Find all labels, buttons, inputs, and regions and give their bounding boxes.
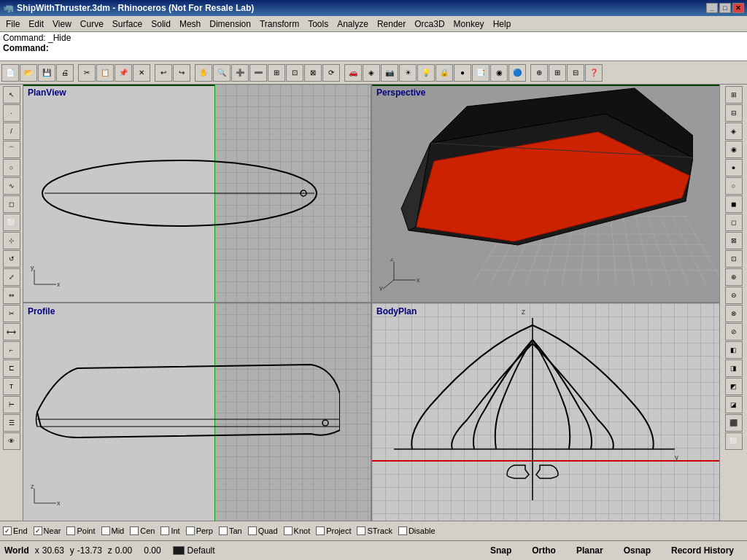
surface-tool[interactable]: ◻ [3,195,20,213]
cut-button[interactable]: ✂ [78,64,96,82]
rotate-tool[interactable]: ↺ [3,250,20,268]
zoomout-button[interactable]: ➖ [249,64,267,82]
rs-view1[interactable]: ⊞ [725,86,743,104]
rs-obj6[interactable]: ◨ [725,359,743,377]
render-button[interactable]: ◈ [363,64,380,82]
copy-button[interactable]: 📋 [96,64,114,82]
snap-checkbox-disable[interactable] [398,526,407,535]
minimize-button[interactable]: _ [706,3,718,13]
help-button[interactable]: ❓ [585,64,603,82]
open-button[interactable]: 📂 [20,64,37,82]
rs-display3[interactable]: ● [725,159,743,176]
ortho-mode[interactable]: Ortho [532,545,556,556]
dim-tool[interactable]: ⊢ [3,396,20,413]
snap-near[interactable]: Near [34,526,61,535]
snap-checkbox-point[interactable] [66,526,75,535]
zoomin-button[interactable]: ➕ [231,64,249,82]
maximize-button[interactable]: □ [719,3,731,13]
viewport-planview[interactable]: PlanView x y [23,85,371,302]
menu-item-dimension[interactable]: Dimension [205,18,255,31]
grid-button[interactable]: ⊞ [549,64,566,82]
rs-shade2[interactable]: ◻ [725,214,743,231]
menu-item-orca3d[interactable]: Orca3D [410,18,449,31]
save-button[interactable]: 💾 [38,64,55,82]
paste-button[interactable]: 📌 [115,64,132,82]
snap-disable[interactable]: Disable [398,526,436,535]
viewport-profile[interactable]: Profile x [23,303,371,521]
undo-button[interactable]: ↩ [155,64,172,82]
zoomwin-button[interactable]: ⊠ [304,64,322,82]
car-button[interactable]: 🚗 [344,64,362,82]
close-button[interactable]: ✕ [732,3,744,13]
light-button[interactable]: 💡 [417,64,435,82]
rs-shade1[interactable]: ◼ [725,195,743,213]
extend-tool[interactable]: ⟷ [3,323,20,341]
snap-strack[interactable]: STrack [357,526,392,535]
sun-button[interactable]: ☀ [399,64,417,82]
trim-tool[interactable]: ✂ [3,305,20,322]
layout-button[interactable]: ⊟ [567,64,584,82]
snap-end[interactable]: End [3,526,28,535]
menu-item-edit[interactable]: Edit [24,18,48,31]
rs-obj8[interactable]: ◪ [725,396,743,413]
snap-int[interactable]: Int [160,526,179,535]
rs-obj10[interactable]: ⬜ [725,432,743,450]
menu-item-help[interactable]: Help [489,18,516,31]
fillet-tool[interactable]: ⌐ [3,341,20,359]
rs-obj3[interactable]: ⊗ [725,305,743,322]
menu-item-render[interactable]: Render [373,18,410,31]
scale-tool[interactable]: ⤢ [3,268,20,286]
line-tool[interactable]: / [3,122,20,140]
material-button[interactable]: ◉ [490,64,508,82]
snap-checkbox-end[interactable] [3,526,12,535]
snap-checkbox-mid[interactable] [101,526,110,535]
text-tool[interactable]: T [3,378,20,395]
zoom-button[interactable]: 🔍 [213,64,231,82]
menu-item-file[interactable]: File [1,18,24,31]
point-tool[interactable]: · [3,104,20,122]
rs-wire2[interactable]: ⊡ [725,250,743,268]
rs-obj2[interactable]: ⊖ [725,287,743,304]
menu-item-view[interactable]: View [48,18,76,31]
menu-item-monkey[interactable]: Monkey [449,18,489,31]
lock-button[interactable]: 🔒 [436,64,453,82]
menu-item-transform[interactable]: Transform [255,18,303,31]
zoomext-button[interactable]: ⊞ [268,64,285,82]
layer-side-btn[interactable]: ☰ [3,414,20,432]
snap-tan[interactable]: Tan [219,526,242,535]
rs-obj7[interactable]: ◩ [725,378,743,395]
snap-cen[interactable]: Cen [130,526,155,535]
snap-point[interactable]: Point [66,526,95,535]
rs-obj9[interactable]: ⬛ [725,414,743,432]
zoomsel-button[interactable]: ⊡ [286,64,303,82]
circle-tool[interactable]: ○ [3,159,20,176]
command-prompt[interactable]: Command: [3,43,744,53]
offset-tool[interactable]: ⊏ [3,359,20,377]
rs-display1[interactable]: ◈ [725,122,743,140]
record-mode[interactable]: Record History [671,545,734,556]
rs-display2[interactable]: ◉ [725,141,743,158]
viewport-perspective[interactable]: Perspective [372,85,719,302]
menu-item-solid[interactable]: Solid [147,18,175,31]
curve-tool[interactable]: ∿ [3,177,20,195]
box-tool[interactable]: ⬜ [3,214,20,231]
redo-button[interactable]: ↪ [173,64,190,82]
ball-button[interactable]: 🔵 [508,64,526,82]
planar-mode[interactable]: Planar [576,545,603,556]
new-button[interactable]: 📄 [1,64,19,82]
delete-button[interactable]: ✕ [133,64,150,82]
snap-checkbox-tan[interactable] [219,526,228,535]
snap-perp[interactable]: Perp [186,526,213,535]
mirror-tool[interactable]: ⇔ [3,287,20,304]
snap-checkbox-near[interactable] [34,526,42,535]
snap-knot[interactable]: Knot [284,526,311,535]
snap-checkbox-strack[interactable] [357,526,365,535]
snap-checkbox-knot[interactable] [284,526,293,535]
menu-item-analyze[interactable]: Analyze [333,18,373,31]
rs-obj1[interactable]: ⊕ [725,268,743,286]
snap-checkbox-perp[interactable] [186,526,195,535]
menu-item-surface[interactable]: Surface [108,18,147,31]
snap-checkbox-project[interactable] [316,526,325,535]
title-bar-controls[interactable]: _ □ ✕ [706,3,744,13]
color-button[interactable]: ● [454,64,471,82]
